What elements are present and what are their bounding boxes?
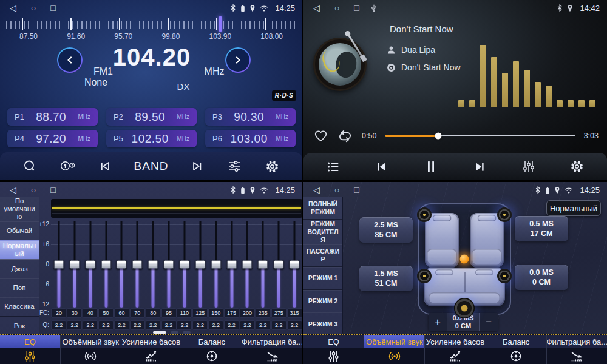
settings-button[interactable] xyxy=(259,154,287,178)
eq-band-slider[interactable] xyxy=(240,220,256,311)
delay-front-right-button[interactable]: 0.5 MS 17 CM xyxy=(515,216,568,241)
preset-button-6[interactable]: P6103.00MHz xyxy=(205,130,296,147)
progress-thumb[interactable] xyxy=(435,133,442,140)
eq-band-slider[interactable] xyxy=(224,220,240,311)
eq-band-slider[interactable] xyxy=(192,220,208,311)
album-name: Don't Start Now xyxy=(401,62,461,72)
delay-rear-left-button[interactable]: 1.5 MS 51 CM xyxy=(359,266,413,291)
preset-button-1[interactable]: P188.70MHz xyxy=(7,108,98,126)
sound-tabbar: EQ Объёмный звук Усиление басов Баланс Ф… xyxy=(0,334,302,364)
scan-button[interactable] xyxy=(16,154,44,178)
preset-button-2[interactable]: P289.50MHz xyxy=(106,108,197,126)
settings-button[interactable] xyxy=(563,155,591,179)
eq-band-slider[interactable] xyxy=(83,220,98,311)
tune-up-button[interactable] xyxy=(225,47,251,73)
delay-rear-right-button[interactable]: 0.0 MS 0 CM xyxy=(515,265,568,290)
previous-station-button[interactable] xyxy=(92,154,120,178)
eq-band-slider[interactable] xyxy=(208,220,224,311)
tab-balance[interactable]: Баланс xyxy=(486,335,547,364)
eq-band-slider[interactable] xyxy=(51,220,67,311)
preset-button-4[interactable]: P497.20MHz xyxy=(7,130,98,147)
tune-down-button[interactable] xyxy=(57,47,83,73)
preset-button-3[interactable]: P390.30MHz xyxy=(205,108,296,126)
back-icon[interactable]: ◁ xyxy=(10,4,16,12)
recents-icon[interactable]: □ xyxy=(354,4,359,12)
eq-preset-pop[interactable]: Поп xyxy=(0,278,39,297)
preset-button-5[interactable]: P5102.50MHz xyxy=(106,130,197,147)
eq-preset-jazz[interactable]: Джаз xyxy=(0,260,39,278)
back-icon[interactable]: ◁ xyxy=(313,4,320,12)
tab-eq[interactable]: EQ xyxy=(304,335,364,364)
tab-balance[interactable]: Баланс xyxy=(181,335,242,364)
eq-band-slider[interactable] xyxy=(161,220,177,311)
mode-driver[interactable]: РЕЖИМ ВОДИТЕЛЯ xyxy=(304,220,342,244)
location-icon xyxy=(249,4,256,12)
next-track-button[interactable] xyxy=(466,155,493,179)
eq-band-slider[interactable] xyxy=(67,220,83,311)
playlist-button[interactable] xyxy=(319,155,347,179)
back-icon[interactable]: ◁ xyxy=(313,186,320,194)
listening-position-dot[interactable] xyxy=(460,255,469,264)
tab-filter[interactable]: Фильтрация ба... xyxy=(547,335,607,364)
home-icon[interactable]: ○ xyxy=(334,186,339,194)
home-icon[interactable]: ○ xyxy=(31,4,36,12)
eq-band-slider[interactable] xyxy=(114,220,130,311)
home-icon[interactable]: ○ xyxy=(31,186,36,194)
tab-eq[interactable]: EQ xyxy=(0,335,61,364)
eq-sliders-icon xyxy=(327,350,340,363)
fc-values-row: 2030405060708095110125150175200235275315 xyxy=(51,308,302,318)
favorite-button[interactable] xyxy=(313,129,328,143)
eq-preset-default[interactable]: По умолчанию xyxy=(0,197,39,221)
preset-label: P1 xyxy=(15,112,24,121)
eq-band-slider[interactable] xyxy=(145,220,161,311)
eq-preset-normal[interactable]: Нормальный xyxy=(0,240,39,259)
q-value: 2.2 xyxy=(177,320,192,330)
eq-band-slider[interactable] xyxy=(177,220,192,311)
next-station-button[interactable] xyxy=(183,154,211,178)
artist-icon xyxy=(387,46,396,55)
recents-icon[interactable]: □ xyxy=(50,4,55,12)
delay-decrease-button[interactable]: − xyxy=(480,313,498,331)
recents-icon[interactable]: □ xyxy=(50,186,55,194)
band-button[interactable]: BAND xyxy=(130,154,172,178)
tab-bass-boost[interactable]: Усиление басов xyxy=(425,335,486,364)
eq-band-slider[interactable] xyxy=(255,220,271,311)
eq-band-slider[interactable] xyxy=(287,220,302,311)
profile-button[interactable]: Нормальный xyxy=(546,200,601,216)
mode-passenger[interactable]: ПАССАЖИР xyxy=(304,244,342,268)
tab-bass-boost[interactable]: Усиление басов xyxy=(121,335,182,364)
tab-surround[interactable]: Объёмный звук xyxy=(61,335,121,364)
frequency-scale[interactable]: 87.50 91.60 95.70 99.80 103.90 108.00 xyxy=(6,18,296,38)
location-icon xyxy=(554,186,560,194)
eq-band-slider[interactable] xyxy=(98,220,114,311)
mode-full[interactable]: ПОЛНЫЙ РЕЖИМ xyxy=(304,197,342,220)
pause-button[interactable] xyxy=(417,155,445,179)
tab-surround[interactable]: Объёмный звук xyxy=(364,335,425,364)
recents-icon[interactable]: □ xyxy=(354,186,359,194)
mode-1[interactable]: РЕЖИМ 1 xyxy=(304,267,342,290)
mode-2[interactable]: РЕЖИМ 2 xyxy=(304,290,342,313)
listening-mode-list: ПОЛНЫЙ РЕЖИМ РЕЖИМ ВОДИТЕЛЯ ПАССАЖИР РЕЖ… xyxy=(304,197,343,335)
search-icon xyxy=(22,159,37,174)
home-icon[interactable]: ○ xyxy=(334,4,339,12)
eq-band-slider[interactable] xyxy=(129,220,145,311)
fc-value: 200 xyxy=(240,308,255,318)
eq-preset-rock[interactable]: Рок xyxy=(0,317,39,335)
eq-band-slider[interactable] xyxy=(271,220,287,311)
tab-filter[interactable]: Фильтрация ба... xyxy=(242,335,302,364)
previous-track-button[interactable] xyxy=(368,155,396,179)
bluetooth-icon xyxy=(557,4,563,12)
equalizer-settings-button[interactable] xyxy=(220,154,248,178)
eq-preset-classic[interactable]: Классика xyxy=(0,297,39,316)
q-value: 2.2 xyxy=(192,320,208,330)
equalizer-button[interactable] xyxy=(515,155,543,179)
progress-bar[interactable] xyxy=(385,135,575,136)
repeat-button[interactable] xyxy=(337,130,353,143)
delay-increase-button[interactable]: + xyxy=(429,313,447,331)
bass-boost-icon xyxy=(144,349,158,363)
delay-front-left-button[interactable]: 2.5 MS 85 CM xyxy=(359,217,413,243)
mode-3[interactable]: РЕЖИМ 3 xyxy=(304,312,342,335)
eq-preset-custom[interactable]: Обычай xyxy=(0,221,39,240)
back-icon[interactable]: ◁ xyxy=(10,186,16,194)
broadcast-button[interactable] xyxy=(54,154,82,178)
